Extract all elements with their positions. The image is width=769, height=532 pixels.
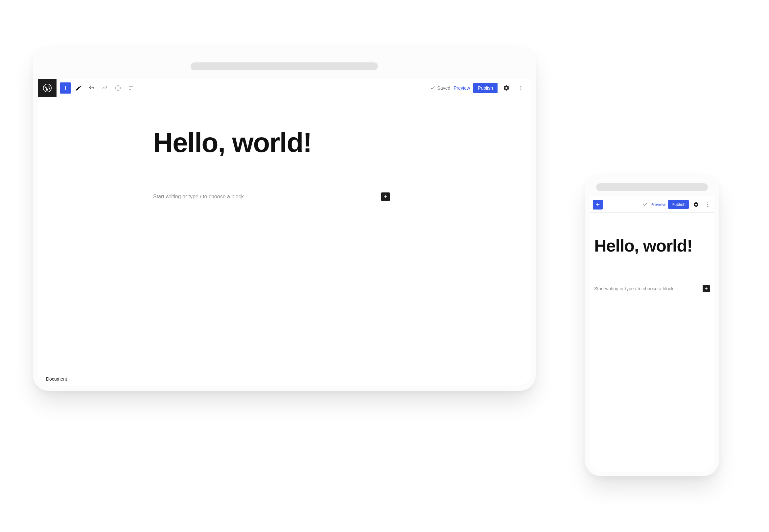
add-block-button[interactable] — [60, 82, 71, 94]
editor-canvas[interactable]: Hello, world! Start writing or type / to… — [38, 97, 531, 372]
plus-icon — [62, 85, 68, 91]
plus-icon — [383, 194, 388, 199]
preview-button[interactable]: Preview — [650, 202, 666, 207]
wordpress-icon — [43, 83, 52, 93]
more-vertical-icon — [518, 85, 524, 91]
save-status — [643, 202, 648, 207]
toolbar-right-group: Preview Publish — [643, 200, 712, 209]
block-placeholder-text[interactable]: Start writing or type / to choose a bloc… — [594, 286, 703, 291]
plus-icon — [595, 202, 600, 207]
save-status-label: Saved — [438, 85, 451, 91]
check-icon — [643, 202, 648, 207]
undo-icon — [88, 85, 95, 91]
editor-footer: Document — [38, 372, 531, 386]
empty-block-row: Start writing or type / to choose a bloc… — [594, 285, 710, 292]
check-icon — [430, 85, 436, 91]
outline-button[interactable] — [125, 82, 137, 94]
svg-point-9 — [521, 89, 522, 90]
phone-device-frame: Preview Publish Hello, world! Start writ… — [585, 174, 719, 476]
tablet-speaker-bar — [191, 62, 378, 70]
phone-app-viewport: Preview Publish Hello, world! Start writ… — [590, 196, 714, 472]
breadcrumb[interactable]: Document — [46, 376, 67, 382]
svg-point-10 — [708, 202, 709, 203]
save-status: Saved — [430, 85, 451, 91]
list-icon — [128, 85, 134, 91]
pencil-icon — [75, 85, 82, 91]
preview-button[interactable]: Preview — [454, 85, 470, 91]
publish-button[interactable]: Publish — [668, 200, 689, 209]
editor-canvas[interactable]: Hello, world! Start writing or type / to… — [590, 213, 714, 472]
redo-icon — [102, 85, 108, 91]
post-title-input[interactable]: Hello, world! — [153, 127, 311, 159]
svg-point-0 — [43, 84, 52, 92]
add-block-button[interactable] — [593, 200, 603, 210]
svg-point-3 — [118, 87, 118, 87]
svg-point-11 — [708, 204, 709, 205]
tablet-app-viewport: Saved Preview Publish Hello, world! Star… — [38, 79, 531, 386]
post-title-input[interactable]: Hello, world! — [594, 236, 710, 255]
svg-point-12 — [708, 206, 709, 207]
editor-toolbar: Saved Preview Publish — [38, 79, 531, 97]
gear-icon — [693, 202, 699, 208]
settings-button[interactable] — [691, 200, 701, 209]
tablet-device-frame: Saved Preview Publish Hello, world! Star… — [33, 46, 536, 391]
wordpress-logo-button[interactable] — [38, 79, 57, 97]
publish-button[interactable]: Publish — [473, 83, 498, 93]
block-placeholder-text[interactable]: Start writing or type / to choose a bloc… — [153, 194, 381, 200]
plus-icon — [704, 287, 708, 291]
empty-block-row: Start writing or type / to choose a bloc… — [153, 192, 390, 201]
toolbar-left-group — [57, 82, 137, 94]
settings-button[interactable] — [501, 82, 512, 94]
details-button[interactable] — [112, 82, 124, 94]
phone-speaker-bar — [596, 183, 708, 191]
more-vertical-icon — [705, 202, 711, 208]
undo-button[interactable] — [86, 82, 97, 94]
more-options-button[interactable] — [515, 82, 527, 94]
toolbar-right-group: Saved Preview Publish — [430, 82, 528, 94]
inline-add-block-button[interactable] — [381, 192, 390, 201]
edit-mode-button[interactable] — [73, 82, 84, 94]
svg-point-8 — [521, 87, 522, 88]
gear-icon — [503, 85, 510, 91]
more-options-button[interactable] — [703, 200, 712, 209]
editor-toolbar: Preview Publish — [590, 196, 714, 213]
inline-add-block-button[interactable] — [703, 285, 710, 292]
info-icon — [115, 85, 121, 91]
redo-button[interactable] — [99, 82, 110, 94]
svg-point-7 — [521, 85, 522, 86]
